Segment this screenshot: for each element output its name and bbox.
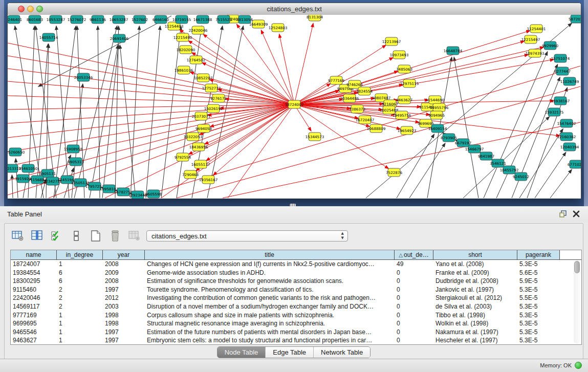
graph-edge[interactable] (463, 117, 550, 198)
column-header-name[interactable]: name (11, 250, 57, 259)
graph-node[interactable]: 9245012 (513, 172, 529, 181)
table-cell[interactable]: 1998 (103, 319, 145, 328)
tab-network-table[interactable]: Network Table (314, 347, 370, 358)
table-cell[interactable]: 5.5E-5 (517, 294, 560, 302)
graph-node[interactable]: 20691406 (110, 34, 129, 42)
graph-node[interactable]: 19356167 (199, 176, 218, 184)
graph-node[interactable]: 9841987 (478, 152, 494, 160)
table-row[interactable]: 946554611997Estimation of the future num… (11, 328, 581, 337)
graph-node[interactable]: 9905313 (68, 158, 84, 166)
table-row[interactable]: 1938455462009Genome-wide association stu… (11, 269, 581, 277)
table-cell[interactable]: 1 (57, 328, 103, 337)
table-cell[interactable]: 0 (395, 311, 433, 320)
table-cell[interactable]: Estimation of significance thresholds fo… (145, 277, 395, 286)
graph-edge[interactable] (294, 24, 313, 104)
network-view[interactable]: 1872400711254403122154902242004618202090… (8, 15, 581, 199)
table-cell[interactable]: 1997 (103, 286, 145, 294)
graph-node[interactable]: 15938167 (551, 97, 570, 105)
graph-node[interactable]: 25260650 (8, 148, 25, 156)
graph-node[interactable]: 9246401 (8, 15, 22, 24)
table-settings-icon[interactable] (11, 230, 25, 242)
graph-node[interactable]: 16055137 (191, 160, 210, 168)
table-cell[interactable]: 0 (395, 302, 433, 311)
table-cell[interactable]: Investigating the contribution of common… (145, 294, 395, 302)
graph-edge[interactable] (228, 104, 294, 198)
graph-edge[interactable] (102, 45, 119, 198)
table-row[interactable]: 969969511998Structural magnetic resonanc… (11, 319, 581, 328)
column-header-short[interactable]: short (433, 250, 517, 259)
window-titlebar[interactable]: citations_edges.txt (8, 3, 581, 15)
table-cell[interactable]: 0 (395, 277, 433, 286)
graph-node[interactable]: 16720407 (356, 116, 375, 124)
graph-node[interactable]: 12040394 (560, 143, 579, 151)
graph-node[interactable]: 12524803 (269, 24, 288, 32)
import-table-disabled-icon[interactable] (127, 230, 141, 242)
table-cell[interactable]: Nakamura et al. (1997) (433, 328, 517, 337)
table-cell[interactable]: 2 (57, 294, 103, 302)
column-header-year[interactable]: year (103, 250, 145, 259)
table-cell[interactable]: Changes of HCN gene expression and I(f) … (145, 260, 395, 269)
table-cell[interactable]: Dudbridge et al. (2008) (433, 277, 517, 286)
graph-node[interactable]: 7522876 (386, 168, 402, 177)
table-cell[interactable]: Stergiakouli et al. (2012) (433, 294, 517, 302)
graph-node[interactable]: 9094965 (428, 111, 445, 119)
column-header-out_de[interactable]: △out_de… (395, 250, 433, 259)
memory-status-indicator[interactable] (575, 362, 582, 369)
graph-edge[interactable] (130, 26, 139, 198)
graph-node[interactable]: 16648784 (444, 47, 463, 55)
table-row[interactable]: 1830029562008Estimation of significance … (11, 277, 581, 286)
table-cell[interactable]: 2 (57, 302, 103, 311)
graph-node[interactable]: 19861036 (175, 66, 193, 74)
graph-node[interactable]: 10553287 (47, 15, 66, 24)
graph-node[interactable]: 10653287 (110, 15, 128, 24)
minimize-window-button[interactable] (27, 6, 34, 12)
graph-node[interactable]: 15344573 (306, 133, 324, 141)
graph-node[interactable]: 7386372 (349, 105, 365, 113)
table-cell[interactable]: 5.3E-5 (517, 328, 560, 337)
table-cell[interactable]: 0 (395, 328, 433, 337)
table-cell[interactable]: 9777169 (11, 311, 57, 320)
table-cell[interactable]: 0 (395, 319, 433, 328)
table-cell[interactable]: Embryonic stem cells: a model to study s… (145, 336, 395, 345)
table-cell[interactable]: 22420046 (11, 294, 57, 302)
table-cell[interactable]: 9465546 (11, 328, 57, 337)
graph-node[interactable]: 11254401 (527, 25, 546, 33)
table-cell[interactable]: 9699695 (11, 319, 57, 328)
float-panel-icon[interactable] (558, 209, 568, 218)
graph-node[interactable]: 12215490 (173, 33, 192, 41)
graph-node[interactable]: 7290468 (182, 170, 199, 179)
graph-node[interactable]: 9694058 (195, 124, 212, 133)
graph-node[interactable]: 18202090 (177, 46, 195, 54)
graph-node[interactable]: 8277447 (554, 67, 571, 75)
table-cell[interactable]: 5.6E-5 (517, 269, 560, 277)
row-height-icon[interactable] (69, 230, 83, 242)
graph-node[interactable]: 10852207 (194, 74, 213, 82)
table-cell[interactable]: Wolkin et al. (1998) (433, 319, 517, 328)
table-cell[interactable]: 1997 (103, 328, 145, 337)
table-cell[interactable]: Hescheler et al. (1997) (433, 336, 517, 345)
close-panel-icon[interactable] (572, 209, 581, 218)
table-cell[interactable]: 2 (57, 286, 103, 294)
table-cell[interactable]: 2008 (103, 277, 145, 286)
table-cell[interactable]: 1997 (103, 336, 145, 345)
graph-node[interactable]: 22420046 (189, 26, 208, 34)
graph-node[interactable]: 12215497 (521, 35, 540, 43)
table-cell[interactable]: 5.3E-5 (517, 302, 560, 311)
table-vertical-scrollbar[interactable] (574, 260, 580, 344)
table-cell[interactable]: 5.3E-5 (517, 286, 560, 294)
table-cell[interactable]: 2003 (103, 302, 145, 311)
table-row[interactable]: 2242004622012Investigating the contribut… (11, 294, 581, 302)
graph-node[interactable]: 12213967 (382, 37, 401, 46)
graph-node[interactable]: 15751074 (551, 54, 570, 62)
scrollbar-thumb[interactable] (574, 261, 580, 273)
graph-node[interactable]: 16671388 (193, 15, 212, 24)
network-canvas[interactable]: 1872400711254403122154902242004618202090… (8, 15, 581, 199)
graph-node[interactable]: 15932175 (545, 108, 564, 116)
create-table-icon[interactable] (89, 230, 102, 242)
table-cell[interactable]: 9115460 (11, 286, 57, 294)
graph-edge[interactable] (120, 45, 136, 198)
graph-edge[interactable] (409, 143, 445, 198)
table-selector-dropdown[interactable]: citations_edges.txt ▲▼ (146, 230, 348, 242)
table-cell[interactable]: 0 (395, 269, 433, 277)
table-cell[interactable]: 0 (395, 336, 433, 345)
